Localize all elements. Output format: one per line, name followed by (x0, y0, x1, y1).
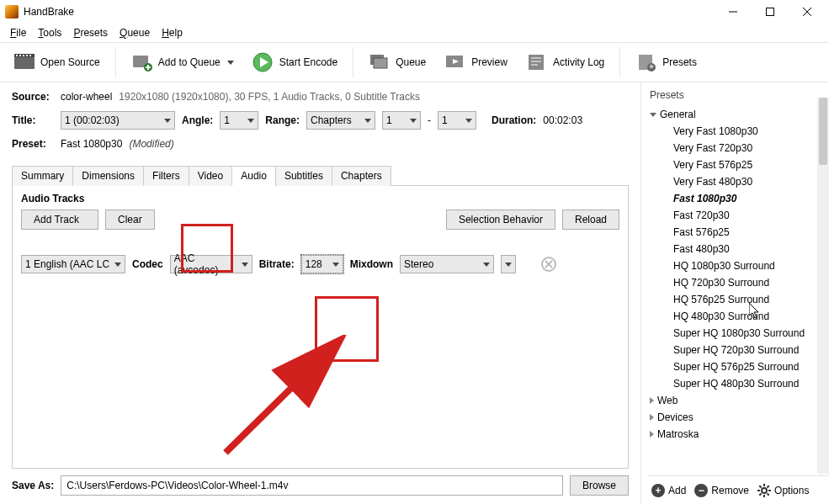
tab-chapters[interactable]: Chapters (332, 166, 391, 186)
svg-rect-8 (23, 55, 24, 56)
codec-label: Codec (132, 258, 163, 270)
preset-category-label: General (660, 109, 696, 120)
preset-category[interactable]: Devices (648, 409, 829, 426)
close-button[interactable] (789, 0, 826, 24)
delete-track-button[interactable] (541, 257, 556, 272)
preset-item[interactable]: HQ 720p30 Surround (648, 274, 829, 291)
start-encode-button[interactable]: Start Encode (246, 49, 344, 76)
preset-category-label: Devices (657, 411, 693, 423)
tab-subtitles[interactable]: Subtitles (275, 166, 332, 186)
preview-label: Preview (471, 56, 507, 68)
caret-right-icon (650, 414, 654, 421)
preset-modified: (Modified) (129, 138, 173, 150)
menu-help[interactable]: Help (157, 25, 188, 40)
preview-icon (444, 52, 466, 72)
scrollbar-thumb[interactable] (819, 98, 827, 165)
preset-item[interactable]: Super HQ 576p25 Surround (648, 358, 829, 375)
maximize-button[interactable] (752, 0, 789, 24)
preset-value: Fast 1080p30 (61, 138, 122, 150)
preset-item[interactable]: HQ 576p25 Surround (648, 291, 829, 308)
range-to-value: 1 (442, 114, 448, 126)
preset-add-label: Add (668, 485, 686, 496)
film-icon (13, 52, 35, 72)
save-as-input[interactable] (61, 475, 563, 496)
codec-select[interactable]: AAC (avcodec) (170, 255, 252, 273)
svg-rect-1 (767, 8, 774, 16)
mixdown-value: Stereo (404, 258, 433, 270)
preset-item[interactable]: Super HQ 720p30 Surround (648, 342, 829, 358)
preset-item[interactable]: Fast 480p30 (648, 241, 829, 257)
source-detail: 1920x1080 (1920x1080), 30 FPS, 1 Audio T… (119, 91, 420, 103)
preset-category[interactable]: Web (648, 392, 829, 409)
minimize-button[interactable] (715, 0, 752, 24)
tab-audio[interactable]: Audio (231, 166, 276, 186)
menu-file[interactable]: File (5, 25, 31, 40)
svg-rect-6 (16, 55, 18, 56)
expand-button[interactable] (501, 255, 516, 273)
clear-button[interactable]: Clear (105, 210, 155, 230)
bitrate-select[interactable]: 128 (301, 255, 343, 273)
svg-rect-7 (19, 55, 21, 56)
tab-dimensions[interactable]: Dimensions (72, 166, 144, 186)
presets-tree[interactable]: GeneralVery Fast 1080p30Very Fast 720p30… (648, 106, 829, 475)
queue-label: Queue (396, 56, 426, 68)
range-from-select[interactable]: 1 (382, 111, 421, 130)
chevron-down-icon (483, 263, 490, 267)
log-icon (526, 52, 548, 72)
add-to-queue-button[interactable]: Add to Queue (125, 49, 241, 76)
preset-item[interactable]: Super HQ 480p30 Surround (648, 375, 829, 392)
preset-item[interactable]: HQ 480p30 Surround (648, 308, 829, 325)
menu-tools[interactable]: Tools (33, 25, 66, 40)
svg-rect-21 (529, 55, 544, 70)
menubar: File Tools Presets Queue Help (0, 24, 829, 42)
preset-item[interactable]: Super HQ 1080p30 Surround (648, 325, 829, 342)
svg-line-37 (768, 493, 769, 495)
mixdown-select[interactable]: Stereo (400, 255, 494, 273)
preset-item[interactable]: Very Fast 1080p30 (648, 123, 829, 140)
presets-button[interactable]: Presets (629, 49, 704, 76)
preset-item[interactable]: Fast 1080p30 (648, 190, 829, 207)
preset-remove-label: Remove (711, 485, 749, 496)
range-to-select[interactable]: 1 (438, 111, 476, 130)
duration-value: 00:02:03 (543, 114, 582, 126)
preset-item[interactable]: Very Fast 720p30 (648, 140, 829, 157)
range-type-select[interactable]: Chapters (306, 111, 375, 130)
track-select[interactable]: 1 English (AAC LC) (2 (21, 255, 125, 273)
queue-button[interactable]: Queue (362, 49, 433, 76)
preset-add-button[interactable]: +Add (651, 484, 686, 497)
preset-category[interactable]: General (648, 106, 829, 123)
title-select[interactable]: 1 (00:02:03) (61, 111, 175, 130)
preset-item[interactable]: HQ 1080p30 Surround (648, 257, 829, 274)
tab-video[interactable]: Video (189, 166, 232, 186)
browse-button[interactable]: Browse (570, 475, 629, 496)
tab-filters[interactable]: Filters (143, 166, 189, 186)
scrollbar[interactable] (817, 98, 829, 474)
activity-log-button[interactable]: Activity Log (519, 49, 611, 76)
svg-rect-4 (14, 57, 35, 69)
selection-behavior-button[interactable]: Selection Behavior (446, 210, 555, 230)
preset-item[interactable]: Very Fast 480p30 (648, 173, 829, 190)
mixdown-label: Mixdown (350, 258, 393, 270)
preview-button[interactable]: Preview (438, 49, 514, 76)
chevron-down-icon (242, 263, 248, 267)
close-icon (545, 260, 553, 268)
menu-presets[interactable]: Presets (68, 25, 113, 40)
menu-queue[interactable]: Queue (114, 25, 155, 40)
save-as-label: Save As: (12, 480, 54, 491)
gear-icon (757, 484, 771, 497)
preset-remove-button[interactable]: −Remove (694, 484, 749, 497)
add-track-button[interactable]: Add Track (21, 210, 98, 230)
tab-summary[interactable]: Summary (12, 166, 73, 186)
preset-category[interactable]: Matroska (648, 426, 829, 443)
toolbar-separator (353, 47, 353, 77)
range-dash: - (428, 114, 431, 126)
open-source-button[interactable]: Open Source (7, 49, 107, 76)
preset-options-button[interactable]: Options (757, 484, 809, 497)
preset-item[interactable]: Fast 720p30 (648, 207, 829, 224)
preset-item[interactable]: Very Fast 576p25 (648, 157, 829, 173)
window-title: HandBrake (24, 6, 715, 18)
track-value: 1 English (AAC LC) (2 (25, 258, 109, 270)
angle-select[interactable]: 1 (220, 111, 258, 130)
reload-button[interactable]: Reload (562, 210, 619, 230)
preset-item[interactable]: Fast 576p25 (648, 224, 829, 241)
